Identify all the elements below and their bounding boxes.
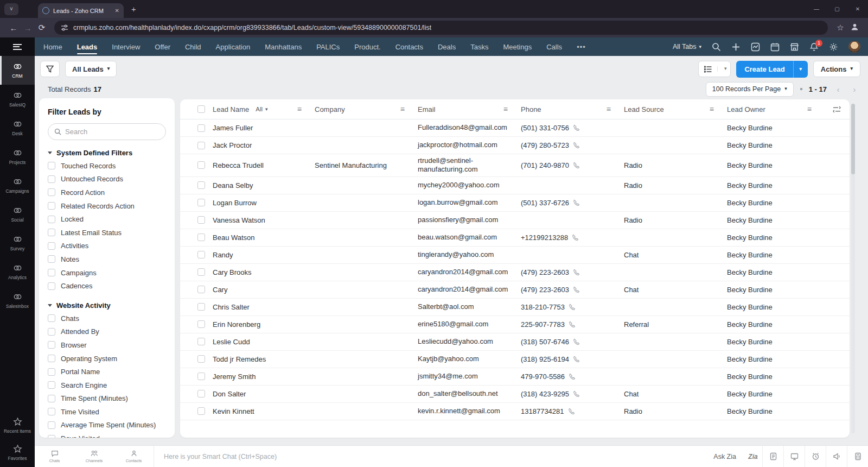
filter-option[interactable]: Time Spent (Minutes) <box>48 392 166 406</box>
lead-name-cell[interactable]: Cary <box>213 286 315 294</box>
lead-owner-cell[interactable]: Becky Burdine <box>727 234 825 242</box>
row-checkbox[interactable] <box>197 355 205 363</box>
checkbox[interactable] <box>48 381 55 389</box>
filter-option[interactable]: Record Action <box>48 186 166 199</box>
phone-cell[interactable]: (318) 423-9295 <box>521 390 624 398</box>
view-selector-dropdown[interactable]: All Leads <box>65 61 117 77</box>
phone-number[interactable]: (501) 337-6726 <box>521 199 569 207</box>
lead-name-cell[interactable]: Deana Selby <box>213 181 315 190</box>
phone-call-icon[interactable] <box>569 304 576 311</box>
sidebar-app-item[interactable]: Campaigns <box>0 171 35 200</box>
lead-owner-cell[interactable]: Becky Burdine <box>727 286 825 294</box>
module-tab[interactable]: Leads <box>77 39 98 55</box>
column-header-company[interactable]: Company <box>315 105 418 113</box>
module-tab[interactable]: Calls <box>546 39 562 55</box>
checkbox[interactable] <box>48 408 55 415</box>
filter-option[interactable]: Chats <box>48 312 166 325</box>
lead-owner-cell[interactable]: Becky Burdine <box>727 303 825 311</box>
checkbox[interactable] <box>48 162 55 169</box>
phone-number[interactable]: (318) 423-9295 <box>521 390 569 398</box>
email-cell[interactable]: erine5180@gmail.com <box>418 318 488 331</box>
phone-number[interactable]: (479) 223-2603 <box>521 286 569 294</box>
lead-owner-cell[interactable]: Becky Burdine <box>727 124 825 132</box>
module-tab[interactable]: Manhattans <box>265 39 302 55</box>
row-checkbox[interactable] <box>197 373 205 380</box>
email-cell[interactable]: Kaytjb@yahoo.com <box>418 352 479 365</box>
email-cell[interactable]: tinglerandy@yahoo.com <box>418 248 494 261</box>
screen-share-icon[interactable] <box>783 446 805 467</box>
chats-tool[interactable]: Chats <box>35 446 74 467</box>
table-row[interactable]: Cary Brooks caryandron2014@gmail.com (47… <box>180 264 850 281</box>
filter-option[interactable]: Activities <box>48 239 166 253</box>
filter-search-box[interactable] <box>48 123 166 140</box>
module-tab[interactable]: Deals <box>438 39 456 55</box>
checkbox[interactable] <box>48 421 55 429</box>
records-per-page-dropdown[interactable]: 100 Records Per Page <box>706 82 794 97</box>
email-cell[interactable]: beau.watson@gmail.com <box>418 231 497 244</box>
row-checkbox[interactable] <box>197 338 205 345</box>
smart-chat-input[interactable]: Here is your Smart Chat (Ctrl+Space) <box>164 453 706 460</box>
lead-name-cell[interactable]: Jack Proctor <box>213 141 315 149</box>
checkbox[interactable] <box>48 242 55 250</box>
column-header-phone[interactable]: Phone <box>521 105 624 113</box>
email-cell[interactable]: passionsfiery@gmail.com <box>418 213 498 226</box>
lead-name-cell[interactable]: Kevin Kinnett <box>213 407 315 415</box>
phone-cell[interactable]: (318) 925-6194 <box>521 355 624 363</box>
column-menu-icon[interactable] <box>503 109 508 110</box>
filter-section-header[interactable]: System Defined Filters <box>48 149 166 157</box>
phone-call-icon[interactable] <box>573 162 580 169</box>
email-cell[interactable]: jsmitty34@me.com <box>418 370 478 383</box>
sidebar-app-item[interactable]: Projects <box>0 142 35 171</box>
row-checkbox[interactable] <box>197 390 205 397</box>
phone-number[interactable]: (318) 925-6194 <box>521 355 569 363</box>
column-menu-icon[interactable] <box>710 109 714 110</box>
table-row[interactable]: James Fuller Fulleraddison48@gmail.com (… <box>180 119 850 137</box>
row-checkbox[interactable] <box>197 124 205 132</box>
filter-option[interactable]: Untouched Records <box>48 173 166 186</box>
phone-number[interactable]: (479) 280-5723 <box>521 141 569 149</box>
checkbox[interactable] <box>48 355 55 362</box>
browser-tab[interactable]: Leads - Zoho CRM ✕ <box>38 3 124 18</box>
lead-owner-cell[interactable]: Becky Burdine <box>727 268 825 276</box>
column-menu-icon[interactable] <box>297 109 302 110</box>
filter-search-input[interactable] <box>65 128 159 136</box>
checkbox[interactable] <box>48 282 55 290</box>
module-tab[interactable]: Application <box>216 39 251 55</box>
create-lead-dropdown[interactable] <box>793 61 808 78</box>
filter-option[interactable]: Days Visited <box>48 432 166 438</box>
lead-name-cell[interactable]: Beau Watson <box>213 234 315 242</box>
phone-cell[interactable]: (479) 280-5723 <box>521 141 624 149</box>
checkbox[interactable] <box>48 255 55 263</box>
lead-owner-cell[interactable]: Becky Burdine <box>727 251 825 259</box>
email-cell[interactable]: caryandron2014@gmail.com <box>418 266 508 279</box>
module-tab[interactable]: PALICs <box>316 39 340 55</box>
filter-option[interactable]: Campaigns <box>48 266 166 280</box>
phone-call-icon[interactable] <box>573 390 580 397</box>
phone-call-icon[interactable] <box>573 338 580 345</box>
app-menu-toggle[interactable] <box>0 37 35 56</box>
user-avatar[interactable] <box>848 41 860 53</box>
module-tab[interactable]: Contacts <box>395 39 423 55</box>
lead-owner-cell[interactable]: Becky Burdine <box>727 199 825 207</box>
checkbox[interactable] <box>48 188 55 196</box>
phone-call-icon[interactable] <box>572 234 579 241</box>
table-row[interactable]: Logan Burrow logan.burrow@gmail.com (501… <box>180 194 850 212</box>
column-menu-icon[interactable] <box>807 109 812 110</box>
filter-option[interactable]: Browser <box>48 338 166 352</box>
reminder-clock-icon[interactable] <box>805 446 826 467</box>
phone-cell[interactable]: 318-210-7753 <box>521 303 624 311</box>
phone-number[interactable]: 479-970-5586 <box>521 373 565 381</box>
table-row[interactable]: Kevin Kinnett kevin.r.kinnett@gmail.com … <box>180 403 850 420</box>
marketplace-icon[interactable] <box>790 42 799 52</box>
filter-option[interactable]: Attended By <box>48 325 166 339</box>
table-row[interactable]: Deana Selby mychey2000@yahoo.com Radio B… <box>180 177 850 194</box>
list-view-icon[interactable] <box>699 66 717 73</box>
phone-call-icon[interactable] <box>573 269 580 276</box>
email-cell[interactable]: Lesliecudd@yahoo.com <box>418 335 493 348</box>
phone-call-icon[interactable] <box>573 286 580 293</box>
module-tab[interactable]: Interview <box>112 39 140 55</box>
browser-profile-icon[interactable] <box>847 22 861 33</box>
lead-owner-cell[interactable]: Becky Burdine <box>727 407 825 415</box>
lead-owner-cell[interactable]: Becky Burdine <box>727 390 825 398</box>
filter-funnel-button[interactable] <box>40 61 60 77</box>
